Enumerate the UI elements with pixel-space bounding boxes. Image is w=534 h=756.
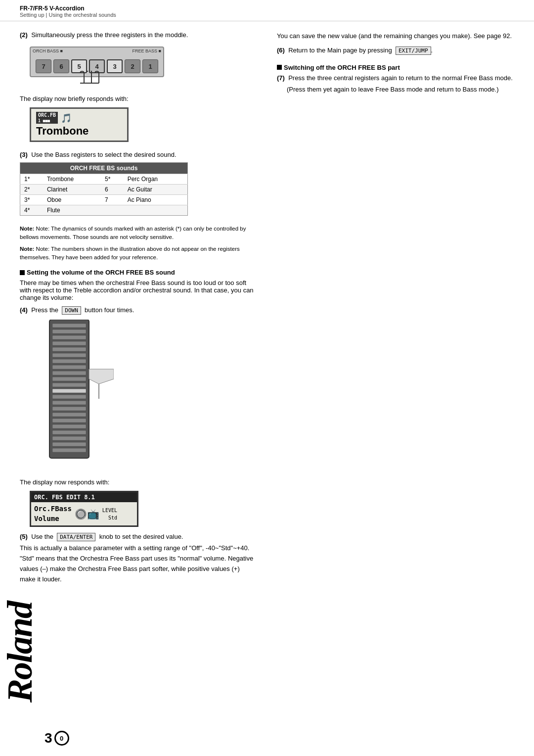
reg-btn-7: 7: [36, 59, 51, 73]
row-col2-num: 6: [101, 185, 124, 195]
svg-rect-20: [52, 430, 86, 434]
row-col1-num: 4*: [20, 205, 43, 216]
page-num-circle: 0: [54, 731, 69, 746]
table-row: 2* Clarinet 6 Ac Guitar: [20, 185, 188, 195]
reg-btn-1: 1: [142, 59, 158, 73]
svg-rect-16: [52, 407, 86, 411]
svg-rect-10: [52, 371, 86, 375]
svg-rect-11: [52, 377, 86, 381]
svg-rect-8: [52, 359, 86, 363]
svg-rect-19: [52, 425, 86, 428]
display-icon: 🎵: [61, 113, 72, 123]
row-col1-name: Clarinet: [43, 185, 101, 195]
left-column: (2) Simultaneously press the three regis…: [20, 31, 257, 746]
svg-rect-4: [52, 335, 86, 339]
svg-rect-3: [52, 330, 86, 333]
step-2: (2) Simultaneously press the three regis…: [20, 31, 257, 142]
step-5: (5) Use the DATA/ENTER knob to set the d…: [20, 533, 257, 584]
page-number: 3 0: [44, 730, 69, 746]
exit-jump-label: EXIT/JUMP: [396, 47, 431, 55]
intro-text: You can save the new value (and the rema…: [277, 31, 514, 42]
register-buttons-container: ORCH BASS ■ FREE BASS ■ 7 6 5 4 3 2 1: [30, 47, 164, 77]
svg-rect-24: [52, 389, 86, 393]
row-col1-name: Trombone: [43, 174, 101, 185]
header-subtitle: Setting up | Using the orchestral sounds: [20, 12, 514, 18]
svg-rect-22: [52, 442, 86, 446]
row-col2-name: [124, 205, 188, 216]
table-header: ORCH FREE BS sounds: [20, 163, 188, 174]
page-num-text: 3: [44, 730, 52, 746]
keyboard-graphic-wrapper: [35, 320, 257, 470]
row-col2-num: [101, 205, 124, 216]
row-col2-name: Perc Organ: [124, 174, 188, 185]
table-row: 4* Flute: [20, 205, 188, 216]
row-col1-name: Flute: [43, 205, 101, 216]
main-content: (2) Simultaneously press the three regis…: [0, 21, 534, 756]
row-col1-num: 2*: [20, 185, 43, 195]
svg-rect-14: [52, 395, 86, 399]
orc-edit-icons: 🔘📺: [75, 508, 99, 520]
step-3-text: (3) Use the Bass registers to select the…: [20, 151, 257, 158]
svg-rect-2: [52, 324, 86, 328]
step-4-text: (4) Press the DOWN button four times.: [20, 306, 257, 314]
row-col2-name: Ac Piano: [124, 195, 188, 205]
section-switch-heading: Switching off the ORCH FREE BS part: [277, 64, 514, 71]
table-row: 1* Trombone 5* Perc Organ: [20, 174, 188, 185]
svg-rect-12: [52, 383, 86, 387]
register-display: ORCH BASS ■ FREE BASS ■ 7 6 5 4 3 2 1: [30, 43, 257, 80]
reg-btn-6: 6: [53, 59, 69, 73]
down-button-label: DOWN: [62, 306, 81, 315]
right-column: You can save the new value (and the rema…: [277, 31, 514, 746]
volume-section-text: There may be times when the orchestral F…: [20, 279, 257, 301]
step-7: (7) Press the three central registers ag…: [277, 74, 514, 95]
orc-edit-display: ORC. FBS EDIT 8.1 Orc.FBass Volume 🔘📺 LE…: [30, 491, 138, 527]
page-header: FR-7/FR-5 V-Accordion Setting up | Using…: [0, 0, 534, 21]
row-col1-num: 3*: [20, 195, 43, 205]
svg-rect-5: [52, 341, 86, 345]
reg-label-left: ORCH BASS ■: [33, 48, 63, 53]
step-7-subtext: (Press them yet again to leave Free Bass…: [287, 85, 514, 95]
display-caption: The display now briefly responds with:: [20, 95, 257, 102]
svg-rect-21: [52, 436, 86, 440]
row-col1-name: Oboe: [43, 195, 101, 205]
row-col2-num: 7: [101, 195, 124, 205]
display-instrument-name: Trombone: [36, 125, 122, 138]
row-col2-num: 5*: [101, 174, 124, 185]
step-3: (3) Use the Bass registers to select the…: [20, 151, 257, 216]
svg-rect-6: [52, 347, 86, 351]
black-square-icon-2: [277, 65, 282, 70]
step-6-text: (6) Return to the Main page by pressing …: [277, 47, 514, 54]
svg-rect-7: [52, 353, 86, 357]
step-4: (4) Press the DOWN button four times.: [20, 306, 257, 470]
keyboard-graphic: [35, 320, 114, 468]
orc-edit-right-text: LEVEL Std: [102, 507, 117, 521]
black-square-icon: [20, 270, 25, 275]
orc-edit-body: Orc.FBass Volume 🔘📺 LEVEL Std: [31, 502, 137, 525]
display-orc-label: ORC.FB1 ■■■: [36, 112, 58, 124]
step-5-text: (5) Use the DATA/ENTER knob to set the d…: [20, 533, 257, 540]
row-col2-name: Ac Guitar: [124, 185, 188, 195]
step-2-text: (2) Simultaneously press the three regis…: [20, 31, 257, 39]
orc-edit-top: ORC. FBS EDIT 8.1: [31, 492, 137, 502]
svg-rect-18: [52, 419, 86, 423]
step-7-text: (7) Press the three central registers ag…: [277, 74, 514, 82]
hand-fingers-graphic: [70, 71, 130, 87]
display2-caption: The display now responds with:: [20, 478, 257, 486]
orc-edit-left-text: Orc.FBass Volume: [34, 504, 72, 523]
note-1: Note: Note: The dynamics of sounds marke…: [20, 225, 257, 242]
hand-pointing-graphic: [89, 369, 114, 399]
display-top-row: ORC.FB1 ■■■ 🎵: [36, 112, 122, 124]
orch-sounds-table: ORCH FREE BS sounds 1* Trombone 5* Perc …: [20, 162, 188, 216]
reg-label-right: FREE BASS ■: [133, 48, 161, 53]
svg-rect-23: [52, 448, 86, 452]
step-6: (6) Return to the Main page by pressing …: [277, 47, 514, 54]
table-row: 3* Oboe 7 Ac Piano: [20, 195, 188, 205]
data-enter-label: DATA/ENTER: [57, 533, 95, 541]
svg-rect-17: [52, 413, 86, 417]
page: FR-7/FR-5 V-Accordion Setting up | Using…: [0, 0, 534, 756]
trombone-display: ORC.FB1 ■■■ 🎵 Trombone: [30, 107, 129, 142]
section-volume-heading: Setting the volume of the ORCH FREE BS s…: [20, 269, 257, 276]
note-2: Note: Note: The numbers shown in the ill…: [20, 245, 257, 262]
svg-rect-9: [52, 365, 86, 369]
step-5-description: This is actually a balance parameter wit…: [20, 543, 257, 584]
